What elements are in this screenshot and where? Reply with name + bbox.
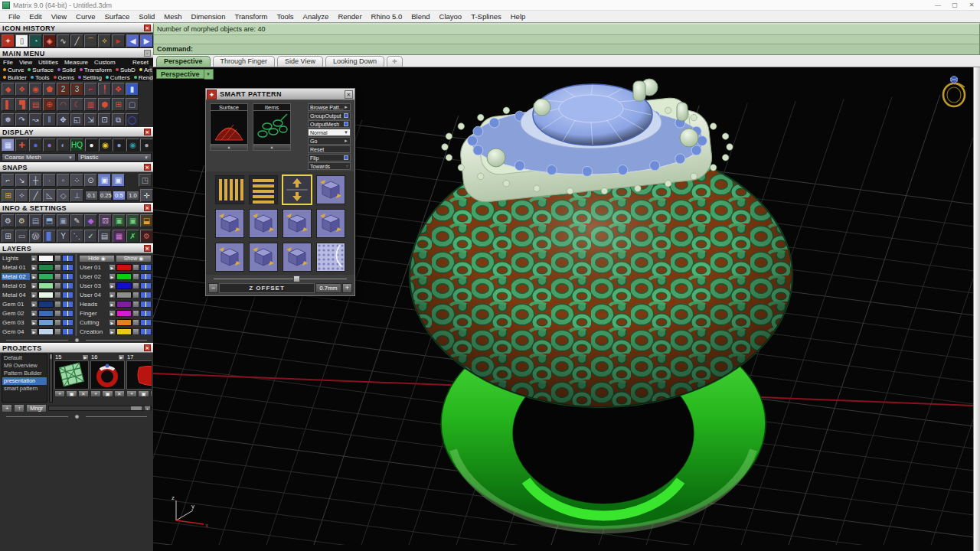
project-add-button[interactable]: + bbox=[2, 404, 12, 412]
category-cutters[interactable]: Cutters bbox=[106, 74, 130, 81]
perspective-viewport[interactable]: z y x Perspective ▼ ✦ SMART PATTERN ✕ bbox=[153, 67, 973, 545]
history-forward-icon[interactable]: ▶ bbox=[140, 34, 153, 47]
category-curve[interactable]: Curve bbox=[3, 67, 24, 73]
menu-solid[interactable]: Solid bbox=[134, 11, 159, 22]
layer-row-user-04[interactable]: User 04▶ bbox=[79, 291, 152, 299]
pattern-tile-3-arrows[interactable] bbox=[283, 175, 312, 204]
project-thumbnail-17[interactable]: 17▶+▣✕ bbox=[126, 354, 152, 403]
pattern-tile-8-cube[interactable] bbox=[316, 209, 345, 238]
sp-button-normal[interactable]: Normal▼ bbox=[308, 129, 351, 136]
snap-tool-icon-4[interactable]: ◺ bbox=[43, 189, 56, 202]
tab-perspective[interactable]: Perspective bbox=[156, 56, 211, 67]
layer-row-cutting[interactable]: Cutting▶ bbox=[79, 318, 152, 327]
category-subd[interactable]: SubD bbox=[116, 67, 136, 73]
project-item-m9-overview[interactable]: M9 Overview bbox=[2, 362, 47, 370]
history-icon-1[interactable]: ✦ bbox=[2, 34, 15, 47]
layer-color-swatch[interactable] bbox=[38, 255, 54, 262]
lock-icon[interactable] bbox=[132, 282, 139, 289]
menu-tools[interactable]: Tools bbox=[272, 11, 298, 22]
grid-snap-1.0[interactable]: 1.0 bbox=[126, 191, 139, 201]
expand-button[interactable]: ▲ bbox=[210, 145, 248, 151]
settings-right-icon-4[interactable]: ⬓ bbox=[140, 214, 153, 227]
layer-visibility-toggle[interactable] bbox=[140, 264, 152, 271]
menu-surface[interactable]: Surface bbox=[100, 11, 134, 22]
settings-icon-2[interactable]: ⚙ bbox=[15, 214, 28, 227]
layer-expand-icon[interactable]: ▶ bbox=[109, 328, 116, 335]
lock-icon[interactable] bbox=[132, 273, 139, 280]
thumb-add-button[interactable]: + bbox=[54, 390, 65, 397]
lock-icon[interactable] bbox=[54, 273, 61, 280]
pattern-tile-12-dots[interactable] bbox=[316, 243, 345, 272]
layer-expand-icon[interactable]: ▶ bbox=[31, 319, 38, 326]
category-gems[interactable]: Gems bbox=[54, 74, 74, 81]
project-item-presentation[interactable]: presentation bbox=[2, 377, 47, 385]
menu-clayoo[interactable]: Clayoo bbox=[435, 11, 467, 22]
snap-icon-8[interactable]: ▣ bbox=[98, 174, 111, 187]
info-right-icon-3[interactable]: ⚙ bbox=[140, 230, 153, 243]
layer-expand-icon[interactable]: ▶ bbox=[109, 273, 116, 280]
layer-row-user-02[interactable]: User 02▶ bbox=[79, 272, 152, 281]
close-icon[interactable]: ✕ bbox=[144, 129, 151, 135]
sp-button-go[interactable]: Go► bbox=[308, 137, 351, 145]
menu-blend[interactable]: Blend bbox=[407, 11, 434, 22]
hide-button[interactable]: Hide◉ bbox=[79, 255, 115, 262]
layer-color-swatch[interactable] bbox=[38, 328, 54, 335]
layer-visibility-toggle[interactable] bbox=[62, 273, 74, 280]
main-menu-tool-icon-3-4[interactable]: ‖ bbox=[43, 113, 56, 126]
menu-render[interactable]: Render bbox=[333, 11, 366, 22]
main-menu-tool-icon-3-6[interactable]: ◱ bbox=[70, 113, 83, 126]
lock-icon[interactable] bbox=[54, 328, 61, 335]
close-icon[interactable]: ✕ bbox=[144, 344, 151, 351]
main-menu-tool-icon-3-2[interactable]: ↷ bbox=[15, 113, 28, 126]
snap-target-icon[interactable]: ◳ bbox=[139, 174, 152, 187]
layer-visibility-toggle[interactable] bbox=[62, 255, 74, 262]
settings-right-icon-1[interactable]: ⚄ bbox=[99, 214, 112, 227]
tab-side-view[interactable]: Side View bbox=[277, 56, 323, 67]
snap-tool-icon-5[interactable]: ◇ bbox=[57, 189, 70, 202]
sp-button-outputmesh[interactable]: OutputMesh bbox=[308, 120, 351, 128]
menu-t-splines[interactable]: T-Splines bbox=[466, 11, 506, 22]
render-material-icon-2[interactable]: ◉ bbox=[99, 139, 112, 152]
checkbox-icon[interactable] bbox=[344, 155, 348, 160]
thumbnail-image[interactable] bbox=[90, 360, 125, 390]
category-solid[interactable]: Solid bbox=[57, 67, 76, 73]
info-icon-7[interactable]: ✓ bbox=[84, 230, 97, 243]
main-menu-tool-icon-1-4[interactable]: ⬟ bbox=[43, 83, 56, 96]
layer-visibility-toggle[interactable] bbox=[62, 310, 74, 317]
display-mode-icon-2[interactable]: ✚ bbox=[15, 139, 28, 152]
layer-expand-icon[interactable]: ▶ bbox=[31, 273, 38, 280]
lock-icon[interactable] bbox=[54, 255, 61, 262]
main-menu-tool-icon-2-7[interactable]: ▥ bbox=[84, 98, 97, 111]
thumb-add-button[interactable]: + bbox=[90, 390, 101, 397]
checkbox-icon[interactable] bbox=[344, 113, 348, 118]
layer-row-metal-03[interactable]: Metal 03▶ bbox=[2, 282, 74, 290]
project-item-pattern-builder[interactable]: Pattern Builder bbox=[2, 370, 47, 377]
main-menu-tool-icon-3-5[interactable]: ✥ bbox=[57, 113, 70, 126]
layer-expand-icon[interactable]: ▶ bbox=[109, 282, 116, 289]
main-menu-tool-icon-2-6[interactable]: ☾ bbox=[70, 98, 83, 111]
layer-visibility-toggle[interactable] bbox=[140, 328, 152, 335]
project-manager-button[interactable]: Mngr bbox=[26, 404, 47, 412]
layer-expand-icon[interactable]: ▶ bbox=[109, 292, 116, 298]
menu-mesh[interactable]: Mesh bbox=[159, 11, 186, 22]
info-icon-8[interactable]: ▤ bbox=[98, 230, 111, 243]
layer-expand-icon[interactable]: ▶ bbox=[31, 282, 38, 289]
main-menu-tool-icon-2-2[interactable]: ▜ bbox=[15, 98, 28, 111]
pattern-tile-10-cube[interactable] bbox=[249, 243, 278, 272]
projects-thumb-scrollbar[interactable]: + bbox=[48, 406, 152, 411]
menu-transform[interactable]: Transform bbox=[230, 11, 272, 22]
command-prompt[interactable]: Command: bbox=[154, 44, 979, 54]
thumbnail-image[interactable] bbox=[126, 360, 152, 390]
settings-right-icon-3[interactable]: ▣ bbox=[126, 214, 139, 227]
layer-visibility-toggle[interactable] bbox=[62, 292, 74, 298]
layer-visibility-toggle[interactable] bbox=[140, 292, 152, 298]
chevron-down-icon[interactable]: ▼ bbox=[344, 130, 348, 135]
scroll-plus-button[interactable]: + bbox=[144, 406, 151, 411]
layer-row-creation[interactable]: Creation▶ bbox=[79, 328, 152, 336]
lock-icon[interactable] bbox=[54, 301, 61, 308]
lock-icon[interactable] bbox=[132, 310, 139, 317]
menu-file[interactable]: File bbox=[4, 11, 24, 22]
layer-row-gem-04[interactable]: Gem 04▶ bbox=[2, 328, 74, 336]
render-material-icon-1[interactable]: ● bbox=[85, 139, 98, 152]
category-render[interactable]: Render bbox=[134, 74, 153, 81]
